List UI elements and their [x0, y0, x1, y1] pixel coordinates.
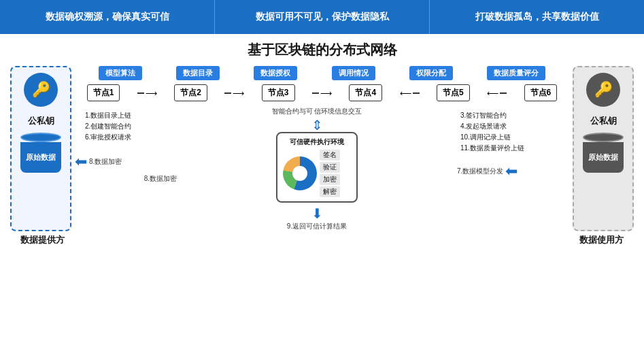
left-info-line-2: 2.创建智能合约 — [85, 121, 167, 132]
right-db: 原始数据 — [583, 133, 624, 173]
tag-1: 数据目录 — [176, 66, 220, 80]
right-db-top — [583, 133, 624, 142]
right-panel: 🔑 公私钥 原始数据 — [573, 66, 634, 231]
right-info-line-2: 4.发起场景请求 — [460, 121, 552, 132]
flow-9-label: 9.返回可信计算结果 — [287, 222, 347, 231]
banner-item-2: 数据可用不可见，保护数据隐私 — [215, 0, 430, 34]
banner-item-1: 数据确权溯源，确保真实可信 — [0, 0, 215, 34]
left-info-line-1: 1.数据目录上链 — [85, 110, 167, 121]
right-key-icon: 🔑 — [586, 73, 620, 107]
nodes-row: 节点1 ⟶ 节点2 ⟶ 节点3 ⟶ 节点4 ⟵ — [75, 84, 569, 101]
tee-title: 可信硬件执行环境 — [283, 137, 351, 147]
tag-4: 权限分配 — [409, 66, 453, 80]
left-info-block: 1.数据目录上链 2.创建智能合约 6.审批授权请求 — [82, 107, 170, 146]
node-2: 节点2 — [174, 84, 207, 101]
tag-2: 数据授权 — [254, 66, 297, 80]
tee-func-3: 解密 — [320, 186, 340, 197]
diagram-container: 🔑 公私钥 原始数据 模型算法 数据目录 数据授权 调用情况 权限分配 数据质量… — [10, 66, 634, 231]
tee-funcs: 签名 验证 加密 解密 — [320, 150, 340, 197]
bottom-label-right: 数据使用方 — [579, 234, 624, 246]
left-db: 原始数据 — [20, 133, 61, 173]
right-info-block: 3.签订智能合约 4.发起场景请求 10.调用记录上链 11.数据质量评价上链 — [457, 107, 556, 157]
node-4: 节点4 — [349, 84, 382, 101]
right-db-body: 原始数据 — [583, 142, 624, 173]
banner-item-3: 打破数据孤岛，共享数据价值 — [430, 0, 644, 34]
tee-box: 可信硬件执行环境 签名 验证 加密 解密 — [276, 132, 358, 203]
left-info-line-3: 6.审批授权请求 — [85, 132, 167, 143]
left-db-body: 原始数据 — [20, 142, 61, 173]
right-info-line-3: 10.调用记录上链 — [460, 132, 552, 143]
tag-5: 数据质量评分 — [487, 66, 545, 80]
tee-func-1: 验证 — [320, 162, 340, 173]
tag-0: 模型算法 — [99, 66, 142, 80]
node-5: 节点5 — [437, 84, 470, 101]
right-info-line-4: 11.数据质量评价上链 — [460, 143, 552, 154]
main-area: 基于区块链的分布式网络 🔑 公私钥 原始数据 模型算法 数据目录 数据授权 调用… — [0, 34, 644, 340]
arrow-right-icon: ⬅ — [505, 163, 518, 180]
top-banner: 数据确权溯源，确保真实可信 数据可用不可见，保护数据隐私 打破数据孤岛，共享数据… — [0, 0, 644, 34]
diagram-title: 基于区块链的分布式网络 — [10, 41, 634, 59]
tee-circle-inner — [292, 166, 307, 181]
arrow-left-icon: ⬅ — [75, 153, 87, 171]
tag-3: 调用情况 — [332, 66, 375, 80]
node-3: 节点3 — [262, 84, 295, 101]
tags-row: 模型算法 数据目录 数据授权 调用情况 权限分配 数据质量评分 — [75, 66, 569, 80]
bottom-labels: 数据提供方 数据使用方 — [10, 234, 634, 246]
flow-7-label: 7.数据模型分发 — [457, 167, 503, 176]
flow-encrypt-label2: 8.数据加密 — [144, 174, 177, 184]
flow-encrypt-label: 8.数据加密 — [89, 157, 122, 167]
tee-top-label: 智能合约与可 信环境信息交互 — [272, 107, 362, 116]
right-key-label: 公私钥 — [590, 115, 617, 127]
tee-func-2: 加密 — [320, 174, 340, 185]
tee-func-0: 签名 — [320, 150, 340, 160]
node-6: 节点6 — [524, 84, 558, 101]
left-panel: 🔑 公私钥 原始数据 — [10, 66, 71, 231]
center-content: 模型算法 数据目录 数据授权 调用情况 权限分配 数据质量评分 节点1 ⟶ 节点… — [75, 66, 569, 231]
tee-updown-arrow: ⇕ — [311, 118, 323, 132]
left-key-icon: 🔑 — [24, 73, 58, 107]
bottom-label-left: 数据提供方 — [20, 234, 65, 246]
tee-circle — [283, 156, 317, 190]
tee-inner: 签名 验证 加密 解密 — [283, 150, 351, 197]
node-1: 节点1 — [87, 84, 120, 101]
tee-down-arrow: ⬇ — [311, 205, 323, 222]
left-db-top — [20, 133, 61, 142]
left-key-label: 公私钥 — [28, 115, 54, 127]
right-info-line-1: 3.签订智能合约 — [460, 110, 552, 121]
